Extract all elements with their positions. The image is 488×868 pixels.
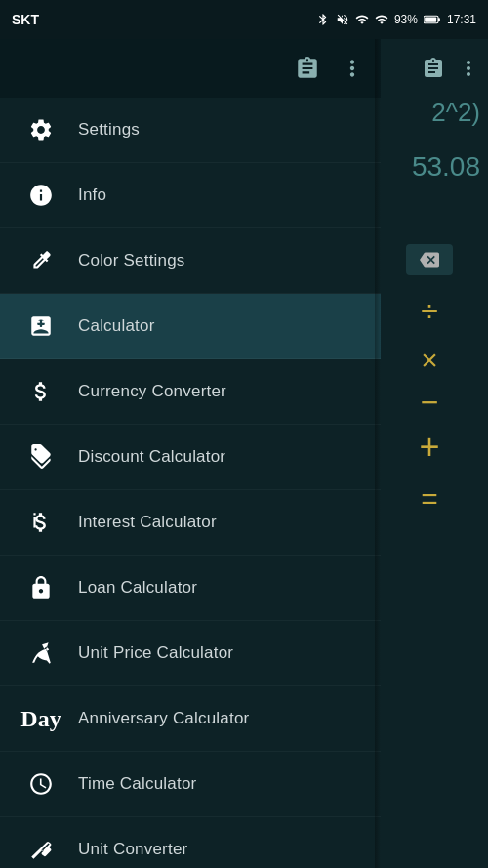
info-icon (20, 174, 62, 217)
carrier-label: SKT (12, 12, 39, 27)
drawer-overlay: SettingsInfoColor SettingsCalculatorCurr… (0, 39, 488, 868)
day-text: Day (20, 706, 61, 732)
bluetooth-icon (316, 13, 330, 26)
loan-icon (20, 566, 62, 609)
sidebar-item-calculator[interactable]: Calculator (0, 294, 381, 359)
sidebar-item-discount-calculator[interactable]: Discount Calculator (0, 425, 381, 490)
svg-rect-1 (438, 18, 440, 21)
color-icon (20, 239, 62, 282)
svg-rect-2 (425, 17, 436, 21)
discount-icon (20, 435, 62, 478)
sidebar-item-loan-calculator[interactable]: Loan Calculator (0, 556, 381, 621)
battery-label: 93% (394, 13, 418, 26)
sidebar-label-anniversary-calculator: Anniversary Calculator (78, 709, 249, 728)
interest-icon (20, 501, 62, 544)
sidebar-label-calculator: Calculator (78, 316, 155, 336)
sidebar-label-time-calculator: Time Calculator (78, 774, 196, 794)
sidebar-label-discount-calculator: Discount Calculator (78, 447, 225, 467)
clipboard-icon-drawer[interactable] (295, 56, 320, 81)
navigation-drawer: SettingsInfoColor SettingsCalculatorCurr… (0, 39, 381, 868)
sidebar-label-unit-price-calculator: Unit Price Calculator (78, 643, 233, 663)
clipboard-icon[interactable] (422, 57, 445, 80)
settings-icon (20, 108, 62, 151)
status-right: 93% 17:31 (316, 13, 476, 26)
sidebar-item-color-settings[interactable]: Color Settings (0, 228, 381, 294)
sidebar-item-time-calculator[interactable]: Time Calculator (0, 752, 381, 817)
sidebar-label-info: Info (78, 186, 106, 205)
sidebar-item-info[interactable]: Info (0, 163, 381, 228)
sidebar-label-loan-calculator: Loan Calculator (78, 578, 197, 598)
sidebar-item-currency-converter[interactable]: Currency Converter (0, 359, 381, 425)
drawer-topbar (0, 39, 381, 98)
day-icon: Day (20, 697, 62, 740)
calculator-icon (20, 305, 62, 348)
sidebar-label-settings: Settings (78, 120, 140, 140)
scale-icon (20, 632, 62, 675)
status-bar: SKT 93% 17:31 (0, 0, 488, 39)
sidebar-label-currency-converter: Currency Converter (78, 382, 226, 401)
sidebar-label-unit-converter: Unit Converter (78, 840, 187, 859)
sidebar-item-interest-calculator[interactable]: Interest Calculator (0, 490, 381, 556)
sidebar-item-anniversary-calculator[interactable]: DayAnniversary Calculator (0, 686, 381, 752)
more-vert-icon[interactable] (457, 57, 480, 80)
svg-rect-6 (42, 325, 46, 327)
more-vert-icon-drawer[interactable] (340, 56, 365, 81)
sidebar-label-interest-calculator: Interest Calculator (78, 513, 217, 532)
ruler-icon (20, 828, 62, 868)
mute-icon (336, 13, 349, 26)
currency-icon (20, 370, 62, 413)
menu-list: SettingsInfoColor SettingsCalculatorCurr… (0, 98, 381, 868)
sidebar-item-unit-converter[interactable]: Unit Converter (0, 817, 381, 868)
sidebar-label-color-settings: Color Settings (78, 251, 185, 270)
svg-rect-3 (36, 321, 40, 323)
sidebar-item-settings[interactable]: Settings (0, 98, 381, 163)
sidebar-item-unit-price-calculator[interactable]: Unit Price Calculator (0, 621, 381, 686)
time-icon (20, 763, 62, 806)
calculator-header (371, 39, 488, 98)
wifi-icon (355, 13, 369, 26)
time-label: 17:31 (447, 13, 476, 26)
svg-rect-5 (36, 325, 40, 327)
battery-icon (424, 14, 441, 25)
svg-rect-4 (42, 321, 46, 323)
signal-icon (375, 13, 388, 26)
